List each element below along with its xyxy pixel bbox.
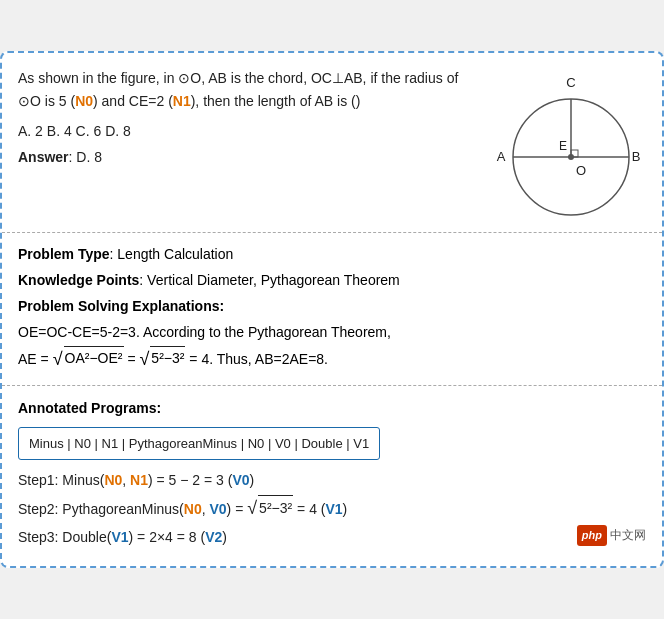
step3-line: Step3: Double(V1) = 2×4 = 8 (V2) php中文网	[18, 525, 646, 550]
step1-prefix: Step1: Minus(	[18, 472, 104, 488]
sqrt-oa-oe: √ OA²−OE²	[53, 346, 124, 371]
problem-type-line: Problem Type: Length Calculation	[18, 243, 646, 267]
problem-type-label: Problem Type	[18, 246, 110, 262]
step2-n0: N0	[184, 501, 202, 517]
problem-statement: As shown in the figure, in ⊙O, AB is the…	[18, 67, 476, 112]
step2-prefix: Step2: PythagoreanMinus(	[18, 501, 184, 517]
explanation-title: Problem Solving Explanations:	[18, 295, 646, 319]
n0-highlight: N0	[75, 93, 93, 109]
svg-text:B: B	[632, 149, 641, 164]
step2-sqrt: √5²−3²	[247, 495, 293, 521]
sqrt-content-1: OA²−OE²	[64, 346, 124, 371]
ae-mid: =	[127, 352, 139, 368]
step2-suffix: = 4 (	[293, 501, 325, 517]
n1-highlight: N1	[173, 93, 191, 109]
step1-n0: N0	[104, 472, 122, 488]
step1-line: Step1: Minus(N0, N1) = 5 − 2 = 3 (V0)	[18, 468, 646, 493]
step3-mid: ) = 2×4 = 8 (	[129, 529, 206, 545]
step2-mid: ) =	[227, 501, 248, 517]
step1-sep: ,	[122, 472, 130, 488]
circle-svg: C A B E O	[491, 67, 641, 222]
circle-diagram: C A B E O	[486, 67, 646, 222]
svg-text:A: A	[497, 149, 506, 164]
annotated-label: Annotated Programs	[18, 400, 156, 416]
sqrt-52-32: √ 5²−3²	[139, 346, 185, 371]
php-footer: php中文网	[571, 525, 646, 547]
sqrt-content-2: 5²−3²	[150, 346, 185, 371]
step2-v1: V1	[325, 501, 342, 517]
step2-v0: V0	[209, 501, 226, 517]
step2-line: Step2: PythagoreanMinus(N0, V0) = √5²−3²…	[18, 495, 646, 522]
svg-point-4	[568, 154, 574, 160]
problem-text-part2: ) and CE=2 (	[93, 93, 173, 109]
step1-n1: N1	[130, 472, 148, 488]
knowledge-label: Knowledge Points	[18, 272, 139, 288]
answer-value: : D. 8	[69, 149, 102, 165]
annotated-title: Annotated Programs:	[18, 396, 646, 421]
php-cn: 中文网	[610, 525, 646, 547]
top-section: As shown in the figure, in ⊙O, AB is the…	[2, 53, 662, 233]
sqrt-symbol-1: √	[53, 350, 63, 368]
php-badge: php	[577, 525, 607, 547]
answer-label: Answer	[18, 149, 69, 165]
svg-text:O: O	[576, 163, 586, 178]
program-box: Minus | N0 | N1 | PythagoreanMinus | N0 …	[18, 427, 380, 460]
step1-mid: ) = 5 − 2 = 3 (	[148, 472, 232, 488]
step3-v1: V1	[111, 529, 128, 545]
step1-v0: V0	[232, 472, 249, 488]
choices: A. 2 B. 4 C. 6 D. 8	[18, 120, 476, 142]
explanation-line2: AE = √ OA²−OE² = √ 5²−3² = 4. Thus, AB=2…	[18, 346, 646, 372]
sqrt-symbol-2: √	[139, 350, 149, 368]
knowledge-value: : Vertical Diameter, Pythagorean Theorem	[139, 272, 399, 288]
step2-sqrt-symbol: √	[247, 499, 257, 517]
knowledge-line: Knowledge Points: Vertical Diameter, Pyt…	[18, 269, 646, 293]
problem-text: As shown in the figure, in ⊙O, AB is the…	[18, 67, 476, 222]
step3-v2: V2	[205, 529, 222, 545]
step2-sqrt-content: 5²−3²	[258, 495, 293, 521]
step2-end: )	[343, 501, 348, 517]
problem-text-part3: ), then the length of AB is ()	[191, 93, 361, 109]
answer: Answer: D. 8	[18, 146, 476, 168]
step3-prefix: Step3: Double(	[18, 529, 111, 545]
explanation-label: Problem Solving Explanations:	[18, 298, 224, 314]
bottom-section: Annotated Programs: Minus | N0 | N1 | Py…	[2, 386, 662, 566]
annotated-colon: :	[156, 400, 161, 416]
explanation-line1: OE=OC-CE=5-2=3. According to the Pythago…	[18, 321, 646, 345]
problem-type-value: : Length Calculation	[110, 246, 234, 262]
ae-suffix: = 4. Thus, AB=2AE=8.	[189, 352, 328, 368]
middle-section: Problem Type: Length Calculation Knowled…	[2, 233, 662, 385]
main-card: As shown in the figure, in ⊙O, AB is the…	[0, 51, 664, 568]
step3-end: )	[222, 529, 227, 545]
step1-end: )	[250, 472, 255, 488]
svg-text:E: E	[559, 139, 567, 153]
ae-prefix: AE =	[18, 352, 53, 368]
svg-text:C: C	[566, 75, 575, 90]
